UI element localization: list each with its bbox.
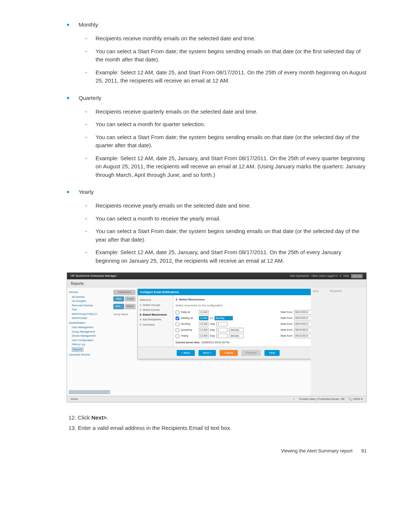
monthly-checkbox[interactable]	[176, 322, 179, 327]
recurrence-subtitle: Select recurrence for the configuration	[176, 303, 316, 307]
back-button[interactable]: < Back	[177, 350, 195, 356]
yearly-label: Yearly	[181, 334, 197, 338]
sidebar-scrollbar[interactable]	[69, 390, 110, 394]
nav-ungrouped[interactable]: Un-Grouped	[72, 299, 110, 303]
monthly-time-select[interactable]: 12 AM	[199, 322, 209, 327]
cancel-button[interactable]: Cancel	[220, 350, 238, 356]
rp-recipients: Recipients	[330, 289, 342, 293]
weekly-checkbox[interactable]	[176, 316, 179, 321]
nav-devmgmt[interactable]: Device Management	[72, 334, 110, 338]
daily-label: Daily at	[181, 310, 197, 314]
section-title-reports: Reports	[67, 279, 366, 288]
yearly-detail-2: You can select a month to receive the ye…	[96, 215, 367, 223]
scrollbar-arrow-icon[interactable]	[106, 390, 110, 394]
step-12: Click Next>.	[78, 414, 367, 422]
weekly-date-input[interactable]: 08/15/2013	[294, 316, 312, 321]
rp-ipers: ipers	[313, 289, 319, 293]
nav-removed[interactable]: Removed Devices	[72, 304, 110, 308]
ribbon-email[interactable]: Email	[125, 296, 136, 302]
row-monthly: Monthly 12 AM Day 1 Start from 08/15/201…	[176, 322, 316, 327]
configure-email-dialog: Configure Email Notifications Welcome 1.…	[137, 289, 319, 359]
step-4[interactable]: 4. Add Recipients	[140, 317, 171, 321]
preview-button[interactable]: Preview	[241, 350, 261, 356]
weekly-day-select[interactable]: Sunday	[214, 316, 233, 321]
nav-test[interactable]: Test	[72, 308, 110, 312]
nav-devices[interactable]: Devices	[69, 290, 110, 294]
nav-testg1[interactable]: testGrGroup1	[72, 316, 110, 320]
nav-userconf[interactable]: User Configuration	[72, 339, 110, 343]
schedule-options-list: Monthly Recipients receive monthly email…	[67, 18, 367, 265]
quarterly-label: Quarterly	[181, 328, 197, 332]
daily-startfrom-label: Start from	[280, 310, 293, 314]
scrollbar-thumb[interactable]	[69, 391, 110, 394]
footer-section-title: Viewing the Alert Summary report	[281, 448, 353, 454]
weekly-time-select[interactable]: 12 AM	[199, 316, 209, 321]
daily-checkbox[interactable]	[176, 310, 179, 315]
nav-groupmgmt[interactable]: Group Management	[72, 330, 110, 334]
step-welcome[interactable]: Welcome	[140, 298, 171, 302]
status-done: Done	[71, 397, 78, 401]
row-daily: Daily at 12 AM Start from 08/15/2013 ▦	[176, 310, 316, 315]
quarterly-month-select[interactable]: January	[229, 328, 244, 333]
ribbon-add[interactable]: Add...	[113, 304, 124, 309]
topbar-others[interactable]: Other Users Logged in	[311, 274, 337, 278]
yearly-time-select[interactable]: 12 AM	[199, 334, 209, 339]
nav-all-devices[interactable]: All Devices	[72, 295, 110, 299]
daily-date-input[interactable]: 08/15/2013	[294, 310, 312, 315]
recurrence-panel: 3. Select Recurrence Select recurrence f…	[173, 295, 319, 347]
quarterly-date-input[interactable]: 08/15/2013	[294, 328, 312, 333]
step-2[interactable]: 2. Select Events	[140, 308, 171, 312]
step-1[interactable]: 1. Select Groups	[140, 303, 171, 307]
recurrence-heading: 3. Select Recurrence	[176, 297, 316, 302]
schedule-monthly-title: Monthly	[79, 21, 98, 28]
monthly-day-select[interactable]: 1	[216, 322, 227, 327]
page-footer: Viewing the Alert Summary report 91	[67, 447, 367, 455]
step-3-current[interactable]: 3. Select Recurrence	[140, 313, 171, 317]
nav-admin[interactable]: Administration	[69, 321, 110, 325]
monthly-startfrom-label: Start from	[280, 322, 293, 326]
nav-usermgmt[interactable]: User Management	[72, 326, 110, 330]
yearly-day-select[interactable]: 1	[216, 334, 227, 339]
schedule-yearly-title: Yearly	[79, 189, 94, 195]
dialog-title: Configure Email Notifications	[138, 289, 319, 295]
yearly-date-input[interactable]: 08/15/2013	[294, 334, 312, 339]
dialog-buttons: < Back Next > Cancel Preview Help	[138, 347, 319, 359]
topbar-user: User Sprtsadmin	[290, 274, 309, 278]
yearly-month-select[interactable]: January	[229, 334, 244, 339]
ribbon-remove[interactable]: Remo	[125, 304, 136, 309]
monthly-date-input[interactable]: 08/15/2013	[294, 322, 312, 327]
nav-history[interactable]: History Log	[72, 343, 110, 347]
topbar-help[interactable]: Help	[343, 274, 349, 278]
step-5[interactable]: 5. Summary	[140, 323, 171, 327]
quarterly-checkbox[interactable]	[176, 328, 179, 333]
wizard-steps: Welcome 1. Select Groups 2. Select Event…	[138, 295, 173, 347]
quarterly-time-select[interactable]: 12 AM	[199, 328, 209, 333]
quarterly-day-select[interactable]: 1	[216, 328, 227, 333]
weekly-startfrom-label: Start from	[280, 316, 293, 320]
ribbon-dashboard[interactable]: Dashboard	[113, 290, 136, 295]
help-button[interactable]: Help	[264, 350, 279, 356]
right-detail-panel: ipers Recipients	[311, 288, 366, 396]
ribbon-view[interactable]: View	[113, 296, 124, 302]
schedule-quarterly-title: Quarterly	[79, 95, 101, 101]
yearly-checkbox[interactable]	[176, 334, 179, 339]
row-yearly: Yearly 12 AM Day 1 January Start from 08…	[176, 334, 316, 339]
status-zoom[interactable]: 🔍 100% ▾	[348, 397, 363, 401]
signout-button[interactable]: Sign Out	[351, 274, 363, 278]
row-weekly: Weekly at 12 AM on Sunday Start from 08/…	[176, 316, 316, 321]
quarterly-day-label: Day	[210, 328, 215, 332]
app-title: HP StoreOnce Enterprise Manager	[71, 274, 117, 278]
step-12-next-label: Next>	[91, 414, 107, 421]
schedule-quarterly: Quarterly Recipients receive quarterly e…	[77, 92, 367, 179]
yearly-detail-1: Recipients receive yearly emails on the …	[96, 202, 367, 210]
nav-testgp[interactable]: testGrGroup-Policy-Cr	[72, 312, 110, 316]
monthly-detail-2: You can select a Start From date; the sy…	[96, 47, 367, 64]
daily-time-select[interactable]: 12 AM	[199, 310, 209, 315]
server-time-label: Current server time:	[176, 341, 200, 344]
nav-launched[interactable]: Launched Devices	[69, 353, 110, 357]
checkmark-icon: ✓	[293, 397, 295, 401]
next-button[interactable]: Next >	[199, 350, 216, 356]
monthly-detail-1: Recipients receive monthly emails on the…	[96, 34, 367, 43]
monthly-detail-3: Example: Select 12 AM, date 25, and Star…	[96, 68, 367, 85]
nav-reports[interactable]: Reports	[72, 347, 83, 352]
